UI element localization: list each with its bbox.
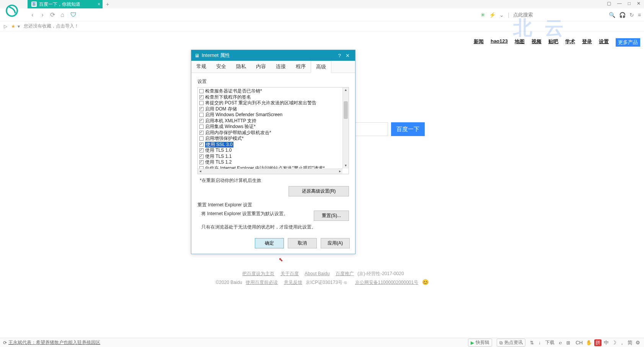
nav-tieba[interactable]: 贴吧 bbox=[548, 38, 558, 47]
nav-xueshu[interactable]: 学术 bbox=[565, 38, 575, 47]
apply-button[interactable]: 应用(A) bbox=[321, 238, 350, 248]
ime-hand-icon[interactable]: ✋ bbox=[585, 340, 593, 345]
tab-security[interactable]: 安全 bbox=[211, 61, 231, 73]
dialog-help-icon[interactable]: ? bbox=[336, 53, 343, 58]
checkbox-icon[interactable] bbox=[199, 143, 204, 147]
horizontal-scrollbar[interactable]: ◂ ▸ bbox=[198, 169, 342, 174]
checkbox-icon[interactable] bbox=[199, 119, 204, 123]
ime-simplified[interactable]: 简 bbox=[627, 339, 633, 346]
scroll-left-icon[interactable]: ◂ bbox=[198, 169, 203, 174]
checkbox-icon[interactable] bbox=[199, 160, 204, 164]
quick-clip-button[interactable]: ▶ 快剪辑 bbox=[468, 339, 492, 347]
omnibox-search[interactable] bbox=[513, 12, 605, 18]
ime-lang[interactable]: CH bbox=[575, 340, 584, 345]
footer-about-en[interactable]: About Baidu bbox=[305, 271, 329, 276]
scroll-down-icon[interactable]: ▾ bbox=[343, 163, 349, 169]
hot-news-button[interactable]: ⧉ 热点资讯 bbox=[497, 339, 525, 347]
search-icon[interactable]: 🔍 bbox=[609, 12, 615, 18]
history-icon[interactable]: ↻ bbox=[629, 12, 634, 18]
footer-about[interactable]: 关于百度 bbox=[280, 271, 299, 276]
grid-apps-icon[interactable]: ⊞ bbox=[566, 340, 570, 345]
setting-item[interactable]: 将提交的 POST 重定向到不允许发送的区域时发出警告 bbox=[199, 100, 341, 106]
nav-hao123[interactable]: hao123 bbox=[491, 38, 508, 47]
scroll-thumb[interactable] bbox=[344, 101, 348, 119]
tab-privacy[interactable]: 隐私 bbox=[231, 61, 251, 73]
cancel-button[interactable]: 取消 bbox=[288, 238, 317, 248]
bookmark-flag-icon[interactable]: ▷ bbox=[4, 24, 7, 29]
checkbox-icon[interactable] bbox=[199, 101, 204, 105]
reset-button[interactable]: 重置(S)... bbox=[314, 211, 349, 221]
footer-mustread[interactable]: 使用百度前必读 bbox=[246, 280, 278, 285]
window-minimize-icon[interactable]: — bbox=[616, 1, 623, 6]
checkbox-icon[interactable] bbox=[199, 113, 204, 117]
setting-item[interactable]: 启用增强保护模式* bbox=[199, 136, 341, 142]
settings-listbox[interactable]: 检查服务器证书是否已吊销*检查所下载程序的签名将提交的 POST 重定向到不允许… bbox=[197, 87, 349, 174]
setting-item[interactable]: 检查所下载程序的签名 bbox=[199, 94, 341, 101]
setting-item[interactable]: 启用 DOM 存储 bbox=[199, 106, 341, 112]
setting-item[interactable]: 使用 SSL 3.0 bbox=[199, 142, 341, 148]
nav-news[interactable]: 新闻 bbox=[474, 38, 484, 47]
window-snap-icon[interactable]: ▢ bbox=[606, 1, 612, 6]
status-news[interactable]: ⟳ 王永斌代表：希望养猪散户也能入驻养殖园区 bbox=[3, 339, 100, 346]
checkbox-icon[interactable] bbox=[199, 136, 204, 141]
tab-close-icon[interactable]: × bbox=[98, 2, 100, 7]
dialog-close-icon[interactable]: ✕ bbox=[343, 53, 352, 58]
setting-item[interactable]: 启用集成 Windows 验证* bbox=[199, 124, 341, 130]
vertical-scrollbar[interactable]: ▴ ▾ bbox=[342, 88, 349, 169]
mode-dropdown-icon[interactable]: ⌄ bbox=[499, 12, 504, 18]
forward-button[interactable]: › bbox=[37, 10, 47, 20]
nav-login[interactable]: 登录 bbox=[582, 38, 592, 47]
nav-video[interactable]: 视频 bbox=[532, 38, 541, 47]
scroll-right-icon[interactable]: ▸ bbox=[337, 169, 342, 174]
ime-indicator[interactable]: CH ✋ 拼 中 ☽ ， 简 ⚙ bbox=[575, 339, 641, 346]
footer-gongan[interactable]: 京公网安备11000002000001号 bbox=[355, 280, 418, 285]
checkbox-icon[interactable] bbox=[199, 95, 204, 99]
setting-item[interactable]: 使用 TLS 1.0 bbox=[199, 148, 341, 154]
reload-button[interactable]: ⟳ bbox=[47, 10, 57, 20]
download-icon[interactable]: ↓ bbox=[538, 340, 541, 345]
home-button[interactable]: ⌂ bbox=[57, 10, 67, 20]
star-icon[interactable]: ★ bbox=[11, 24, 15, 29]
new-tab-button[interactable]: + bbox=[103, 0, 112, 8]
headphones-icon[interactable]: 🎧 bbox=[619, 12, 626, 18]
nav-settings[interactable]: 设置 bbox=[599, 38, 609, 47]
shield-icon[interactable]: 🛡 bbox=[70, 11, 77, 18]
setting-item[interactable]: 启用本机 XMLHTTP 支持 bbox=[199, 118, 341, 124]
setting-item[interactable]: 检查服务器证书是否已吊销* bbox=[199, 88, 341, 94]
dialog-titlebar[interactable]: 🖥 Internet 属性 ? ✕ bbox=[191, 50, 355, 61]
footer-promo[interactable]: 百度推广 bbox=[336, 271, 354, 276]
footer-set-home[interactable]: 把百度设为主页 bbox=[242, 271, 274, 276]
scroll-up-icon[interactable]: ▴ bbox=[343, 88, 349, 93]
ime-punct[interactable]: ， bbox=[619, 339, 625, 346]
main-menu-icon[interactable]: ≡ bbox=[638, 12, 641, 18]
restore-defaults-button[interactable]: 还原高级设置(R) bbox=[289, 186, 349, 196]
tab-programs[interactable]: 程序 bbox=[291, 61, 311, 73]
tab-general[interactable]: 常规 bbox=[191, 61, 211, 73]
setting-item[interactable]: 使用 TLS 1.1 bbox=[199, 154, 341, 160]
checkbox-icon[interactable] bbox=[199, 148, 204, 152]
checkbox-icon[interactable] bbox=[199, 154, 204, 159]
ime-moon-icon[interactable]: ☽ bbox=[611, 340, 617, 345]
tab-content[interactable]: 内容 bbox=[251, 61, 271, 73]
bookmarks-empty-text[interactable]: 您还没有收藏，点击导入！ bbox=[24, 23, 79, 29]
browser-tab-baidu[interactable]: 百 百度一下，你就知道 × bbox=[28, 0, 103, 8]
window-close-icon[interactable]: ✕ bbox=[636, 1, 642, 6]
checkbox-icon[interactable] bbox=[199, 107, 204, 111]
footer-feedback[interactable]: 意见反馈 bbox=[284, 280, 302, 285]
window-maximize-icon[interactable]: □ bbox=[627, 1, 632, 6]
checkbox-icon[interactable] bbox=[199, 125, 204, 129]
checkbox-icon[interactable] bbox=[199, 89, 204, 93]
ok-button[interactable]: 确定 bbox=[255, 238, 284, 248]
transfer-icon[interactable]: ⇅ bbox=[530, 340, 534, 345]
ie-mode-icon[interactable]: ℮ bbox=[559, 340, 562, 345]
tab-advanced[interactable]: 高级 bbox=[311, 61, 331, 73]
tab-connection[interactable]: 连接 bbox=[271, 61, 291, 73]
news-refresh-icon[interactable]: ⟳ bbox=[3, 340, 7, 345]
download-label[interactable]: 下载 bbox=[545, 339, 554, 346]
baidu-search-button[interactable]: 百度一下 bbox=[391, 122, 425, 136]
back-button[interactable]: ‹ bbox=[28, 10, 37, 20]
nav-map[interactable]: 地图 bbox=[515, 38, 525, 47]
setting-item[interactable]: 向你在 Internet Explorer 中访问的站点发送"禁止跟踪"请求* bbox=[199, 165, 341, 169]
extension-icon[interactable]: ✳ bbox=[481, 12, 485, 18]
ime-pinyin[interactable]: 拼 bbox=[594, 339, 602, 346]
